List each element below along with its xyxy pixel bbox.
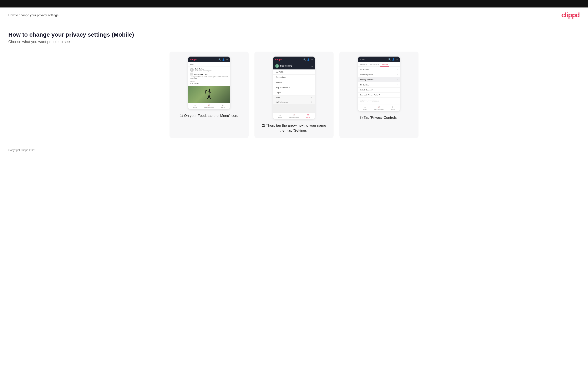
step-3-description: 3) Tap 'Privacy Controls'. — [360, 115, 398, 120]
menu-item-helpsupport: Help & Support ↗ — [273, 85, 315, 90]
home-label-3: Home — [363, 108, 367, 110]
menu-item-connections: Connections — [273, 75, 315, 80]
performance-icon: 📈 — [208, 104, 210, 106]
footer: Copyright Clippd 2022 — [0, 142, 588, 156]
settings-item-privacycontrols: Privacy Controls › — [358, 77, 400, 82]
version-client: Clippd Client Version: 2022.8.3-3 — [360, 99, 398, 101]
svg-line-8 — [210, 98, 211, 99]
myaccount-label: My Account — [360, 68, 369, 70]
privacycontrols-label: Privacy Controls — [360, 79, 373, 81]
performance-icon-3: 📈 — [378, 106, 380, 108]
home-icon-2: ⌂ — [279, 114, 281, 116]
menu-item-settings: Settings — [273, 80, 315, 85]
phone-nav-icons-1: 🔍 👤 ⚙ — [218, 58, 228, 61]
menu-user-info: B Blair McHarg — [275, 64, 292, 68]
svg-line-4 — [205, 90, 206, 93]
logo: clippd — [561, 11, 580, 19]
phone-nav-2: clippd 🔍 👤 ⚙ — [273, 57, 315, 62]
feed-user-info: Blair McHarg Yesterday · Sunningdale — [195, 68, 212, 72]
bottom-nav-menu-2: ✕ Menu — [301, 114, 315, 118]
bottom-nav-performance-3: 📈 My Performance — [372, 106, 386, 110]
settings-version: Clippd Client Version: 2022.8.3-3 GQL Se… — [358, 98, 400, 105]
search-icon-3: 🔍 — [388, 58, 391, 60]
steps-container: clippd 🔍 👤 ⚙ Feed B Blair McHarg Yesterd… — [8, 51, 580, 138]
copyright-text: Copyright Clippd 2022 — [8, 149, 35, 152]
myprofile-label: My Profile — [276, 71, 284, 73]
menu-icon-3: ≡ — [392, 106, 394, 108]
phone-nav-icons-3: 🔍 👤 ⚙ — [388, 58, 398, 60]
performance-chevron-icon: ∨ — [311, 101, 312, 103]
performance-label-2: My Performance — [289, 117, 299, 118]
search-icon: 🔍 — [218, 58, 221, 61]
menu-icon: ≡ — [222, 104, 224, 106]
home-label-2: Home — [278, 117, 282, 118]
settings-icon-3: ⚙ — [396, 58, 398, 60]
feed-lesson-title: Lesson with Fordy — [194, 73, 208, 75]
menu-avatar: B — [275, 64, 279, 68]
bottom-nav-home-1: ⌂ Home — [188, 104, 202, 108]
step-1-card: clippd 🔍 👤 ⚙ Feed B Blair McHarg Yesterd… — [170, 51, 249, 138]
settings-label: Settings — [276, 81, 282, 83]
feed-duration-value: 01 hr : 30 min — [190, 83, 228, 84]
phone-nav-1: clippd 🔍 👤 ⚙ — [188, 57, 230, 62]
svg-point-0 — [209, 89, 210, 90]
dataintegrations-label: Data Integrations — [360, 74, 373, 75]
back-button: < Back — [360, 58, 365, 60]
phone-nav-icons-2: 🔍 👤 ⚙ — [303, 58, 313, 61]
home-icon-3: ⌂ — [364, 106, 366, 108]
tab-connections: Connections — [368, 62, 380, 67]
home-label: Home — [193, 107, 197, 108]
page-title: How to change your privacy settings (Mob… — [8, 31, 580, 38]
bottom-nav-performance-2: 📈 My Performance — [287, 114, 301, 118]
settings-item-helpsupport2: Help & Support ↗ — [358, 88, 400, 92]
menu-user-row: B Blair McHarg ∧ — [273, 62, 315, 69]
settings-icon-2: ⚙ — [311, 58, 313, 61]
menu-chevron-up: ∧ — [311, 65, 313, 67]
myaccount-chevron: › — [397, 68, 398, 70]
home-chevron-icon: ∨ — [311, 97, 312, 99]
phone-mockup-2: clippd 🔍 👤 ⚙ B Blair McHarg ∧ — [273, 57, 315, 119]
page-subtitle: Choose what you want people to see — [8, 40, 580, 44]
dataintegrations-chevron: › — [397, 73, 398, 75]
settings-item-dataintegrations: Data Integrations › — [358, 72, 400, 77]
privacycontrols-chevron: › — [397, 79, 398, 81]
version-gql: GQL Server Version: 2022.7.30-1 — [360, 101, 398, 103]
step-3-card: < Back 🔍 👤 ⚙ My Profile Connections Sett… — [339, 51, 418, 138]
home-icon: ⌂ — [194, 104, 196, 106]
menu-label-3: Menu — [391, 108, 395, 110]
bottom-nav-menu-3: ≡ Menu — [386, 106, 400, 110]
helpsupport-label: Help & Support ↗ — [276, 86, 290, 89]
feed-duration-label: Duration — [190, 81, 228, 82]
bottom-nav-performance-1: 📈 My Performance — [202, 104, 216, 108]
header: How to change your privacy settings clip… — [0, 8, 588, 23]
feed-post: B Blair McHarg Yesterday · Sunningdale L… — [188, 67, 230, 86]
menu-label: Menu — [221, 107, 225, 108]
svg-line-2 — [206, 90, 209, 92]
step-2-description: 2) Then, tap the arrow next to your name… — [259, 123, 329, 133]
settings-item-serviceprivacy: Service & Privacy Policy ↗ — [358, 92, 400, 98]
menu-item-logout: Logout — [273, 90, 315, 95]
performance-label-3: My Performance — [374, 108, 384, 110]
feed-user-sub: Yesterday · Sunningdale — [195, 70, 212, 72]
feed-text: Looking to feel like my hands are exitin… — [190, 76, 228, 80]
bottom-nav-home-3: ⌂ Home — [358, 106, 372, 110]
settings-back-row: < Back 🔍 👤 ⚙ — [358, 57, 400, 62]
phone-bottom-nav-3: ⌂ Home 📈 My Performance ≡ Menu — [358, 105, 400, 111]
logout-label: Logout — [276, 92, 281, 94]
settings-item-myaccount: My Account › — [358, 67, 400, 72]
performance-section-label: My Performance — [276, 101, 288, 103]
menu-section-home: Home ∨ — [273, 95, 315, 100]
settings-tabs: My Profile Connections Settings — [358, 62, 400, 67]
tab-myprofile: My Profile — [358, 62, 368, 67]
menu-section-performance: My Performance ∨ — [273, 100, 315, 104]
settings-item-mygolfbag: My Golf Bag › — [358, 82, 400, 88]
home-section-label: Home — [276, 97, 280, 99]
phone-logo-2: clippd — [275, 58, 282, 61]
top-bar — [0, 0, 588, 8]
svg-line-7 — [208, 98, 208, 99]
mygolfbag-label: My Golf Bag — [360, 84, 369, 86]
user-icon: 👤 — [222, 58, 225, 61]
svg-line-6 — [209, 94, 210, 98]
serviceprivacy-label: Service & Privacy Policy ↗ — [360, 94, 380, 96]
step-2-card: clippd 🔍 👤 ⚙ B Blair McHarg ∧ — [254, 51, 334, 138]
